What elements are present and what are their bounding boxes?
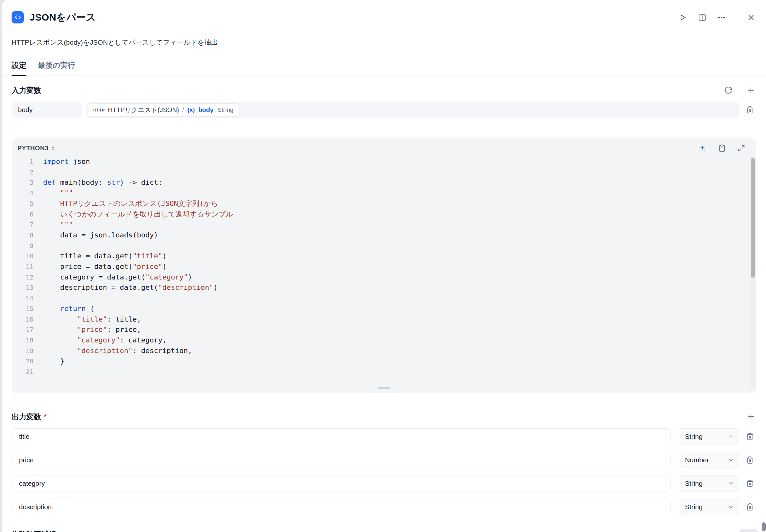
line-number: 3 bbox=[12, 177, 33, 188]
editor-resize-handle[interactable] bbox=[378, 387, 390, 389]
close-icon[interactable] bbox=[745, 12, 756, 23]
line-number: 13 bbox=[12, 282, 33, 293]
refresh-icon[interactable] bbox=[723, 85, 734, 96]
chip-separator: / bbox=[182, 106, 184, 114]
code-line: import json bbox=[43, 156, 756, 167]
code-node-icon bbox=[12, 11, 24, 23]
line-number: 8 bbox=[12, 230, 33, 241]
output-variable-row: description String bbox=[12, 499, 756, 515]
output-variable-type-select[interactable]: String bbox=[679, 499, 739, 515]
language-label: PYTHON3 bbox=[17, 145, 49, 152]
delete-input-variable-button[interactable] bbox=[744, 106, 756, 114]
code-gutter: 123456789101112131415161718192021 bbox=[12, 156, 39, 377]
variable-icon: {x} bbox=[187, 107, 195, 113]
output-variable-type-select[interactable]: String bbox=[679, 475, 739, 492]
http-node-badge: HTTP bbox=[93, 108, 105, 112]
output-variable-name-field[interactable]: title bbox=[12, 428, 671, 445]
output-variable-type: String bbox=[685, 503, 703, 511]
line-number: 20 bbox=[12, 356, 33, 367]
line-number: 9 bbox=[12, 241, 33, 251]
output-variable-type-select[interactable]: String bbox=[679, 428, 739, 445]
code-line: HTTPリクエストのレスポンス(JSON文字列)から bbox=[43, 199, 756, 209]
code-line: description = data.get("description") bbox=[43, 282, 756, 293]
code-line: "price": price, bbox=[43, 324, 756, 335]
code-editor-actions bbox=[698, 143, 751, 153]
output-variables-actions bbox=[745, 411, 756, 422]
line-number: 12 bbox=[12, 272, 33, 283]
output-variable-row: price Number bbox=[12, 452, 756, 468]
line-number: 16 bbox=[12, 314, 33, 325]
code-line: "category": category, bbox=[43, 335, 756, 346]
output-variable-name-field[interactable]: description bbox=[12, 499, 671, 515]
variable-reference-chip[interactable]: HTTP HTTPリクエスト(JSON) / {x} body String bbox=[88, 103, 239, 116]
panel-header: JSONをパース bbox=[12, 11, 756, 24]
output-variable-type: String bbox=[685, 433, 703, 440]
line-number: 19 bbox=[12, 346, 33, 356]
source-variable-type: String bbox=[218, 106, 234, 113]
delete-output-variable-button[interactable] bbox=[744, 480, 756, 487]
output-variable-name: price bbox=[19, 456, 34, 464]
line-number: 2 bbox=[12, 167, 33, 178]
code-area: 123456789101112131415161718192021 import… bbox=[12, 156, 756, 377]
input-variables-actions bbox=[723, 85, 756, 96]
ai-generate-icon[interactable] bbox=[698, 143, 708, 153]
code-line: price = data.get("price") bbox=[43, 262, 756, 272]
input-variable-name-field[interactable]: body bbox=[12, 102, 82, 118]
page-scrollbar-thumb[interactable] bbox=[762, 522, 766, 531]
input-variable-value-field[interactable]: HTTP HTTPリクエスト(JSON) / {x} body String bbox=[86, 102, 739, 118]
code-line: data = json.loads(body) bbox=[43, 230, 756, 241]
code-line bbox=[43, 293, 756, 304]
more-options-button[interactable] bbox=[716, 12, 727, 23]
input-variables-header: 入力変数 bbox=[12, 85, 756, 95]
line-number: 18 bbox=[12, 335, 33, 346]
expand-code-icon[interactable] bbox=[736, 143, 746, 153]
output-variable-name: description bbox=[19, 503, 52, 511]
code-scrollbar bbox=[750, 156, 755, 388]
line-number: 17 bbox=[12, 324, 33, 335]
line-number: 1 bbox=[12, 156, 33, 167]
output-rows: title String price Number bbox=[12, 428, 756, 515]
code-editor-header: PYTHON3 bbox=[12, 138, 756, 156]
node-config-panel: JSONをパース bbox=[2, 0, 766, 532]
retry-section: 失敗時再試行 bbox=[12, 529, 756, 532]
tab-bar: 設定 最後の実行 bbox=[2, 60, 766, 75]
input-variable-row: body HTTP HTTPリクエスト(JSON) / {x} body Str… bbox=[12, 102, 756, 118]
line-number: 7 bbox=[12, 219, 33, 230]
code-line: """ bbox=[43, 188, 756, 199]
input-variables-title: 入力変数 bbox=[12, 85, 41, 95]
code-scrollbar-thumb[interactable] bbox=[751, 158, 755, 278]
language-selector-icon[interactable] bbox=[50, 146, 56, 151]
output-variable-name: title bbox=[19, 433, 30, 440]
output-variables-title: 出力変数 bbox=[12, 412, 41, 422]
input-variable-name: body bbox=[18, 106, 33, 114]
delete-output-variable-button[interactable] bbox=[744, 433, 756, 440]
line-number: 21 bbox=[12, 367, 33, 377]
run-button[interactable] bbox=[677, 12, 688, 23]
tab-settings[interactable]: 設定 bbox=[12, 60, 26, 76]
delete-output-variable-button[interactable] bbox=[744, 503, 756, 511]
code-lines[interactable]: import json def main(body: str) -> dict:… bbox=[39, 156, 756, 377]
split-view-icon[interactable] bbox=[697, 12, 708, 23]
copy-code-icon[interactable] bbox=[717, 143, 727, 153]
code-line: def main(body: str) -> dict: bbox=[43, 177, 756, 188]
tab-last-run[interactable]: 最後の実行 bbox=[38, 60, 75, 76]
line-number: 5 bbox=[12, 199, 33, 209]
output-variables-header: 出力変数 * bbox=[12, 412, 756, 422]
code-line: """ bbox=[43, 219, 756, 230]
code-line bbox=[43, 167, 756, 178]
add-input-variable-button[interactable] bbox=[745, 85, 756, 96]
delete-output-variable-button[interactable] bbox=[744, 456, 756, 464]
output-variable-type: Number bbox=[685, 456, 709, 464]
required-asterisk: * bbox=[44, 412, 47, 421]
add-output-variable-button[interactable] bbox=[745, 411, 756, 422]
retry-on-failure-label: 失敗時再試行 bbox=[12, 530, 56, 532]
header-actions bbox=[677, 12, 756, 23]
output-variable-name-field[interactable]: category bbox=[12, 475, 671, 492]
line-number: 10 bbox=[12, 251, 33, 262]
output-variable-type-select[interactable]: Number bbox=[679, 452, 739, 468]
retry-toggle[interactable] bbox=[738, 529, 758, 532]
code-line: return { bbox=[43, 304, 756, 314]
output-variable-row: category String bbox=[12, 475, 756, 492]
output-variable-name-field[interactable]: price bbox=[12, 452, 671, 468]
output-variable-name: category bbox=[19, 480, 45, 487]
